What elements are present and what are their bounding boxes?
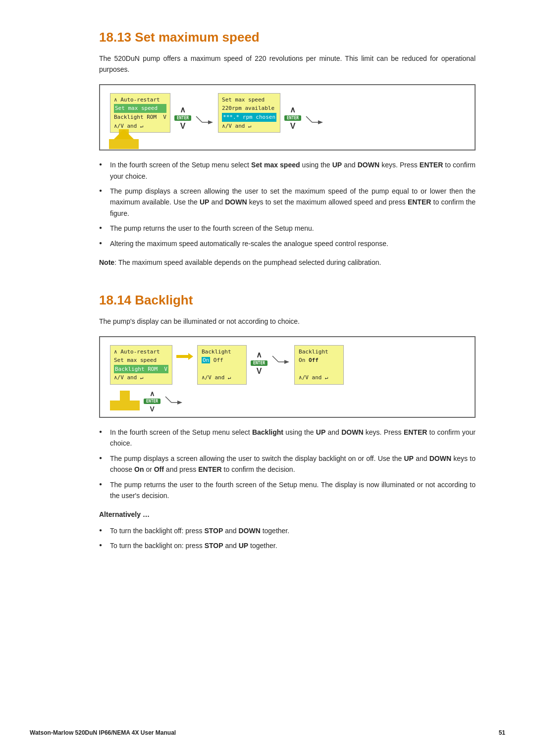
nav-cluster-1813-1: ∧ ENTER V xyxy=(174,105,191,131)
svg-marker-7 xyxy=(114,129,134,139)
footer-left: Watson-Marlow 520DuN IP66/NEMA 4X User M… xyxy=(30,729,176,736)
alt-bullet-1: To turn the backlight off: press STOP an… xyxy=(99,525,476,536)
section-1813-heading: 18.13 Set maximum speed xyxy=(99,30,476,45)
screen-1814-3: Backlight On Off ∧/V and ↵ xyxy=(294,345,344,385)
diagram-1814: ∧ Auto-restart Set max speed Backlight R… xyxy=(99,336,476,418)
pump-lines-1814-1 xyxy=(271,352,290,369)
alternatively-bullets: To turn the backlight off: press STOP an… xyxy=(99,525,476,552)
section-1814-intro: The pump's display can be illuminated or… xyxy=(99,316,476,327)
svg-marker-5 xyxy=(318,120,323,124)
section-1814-heading: 18.14 Backlight xyxy=(99,293,476,308)
down-arrow-icon: V xyxy=(180,122,186,131)
bullet-1813-4: Altering the maximum speed automatically… xyxy=(99,238,476,249)
bullet-1814-1: In the fourth screen of the Setup menu s… xyxy=(99,427,476,449)
section-1813-intro: The 520DuN pump offers a maximum speed o… xyxy=(99,53,476,75)
up-arrow-icon: ∧ xyxy=(180,105,186,114)
enter-btn-1813-1: ENTER xyxy=(174,115,191,121)
pump-lines-1813-2 xyxy=(305,112,324,130)
bullet-1813-3: The pump returns the user to the fourth … xyxy=(99,223,476,234)
svg-line-9 xyxy=(272,356,278,362)
alt-bullet-2: To turn the backlight on: press STOP and… xyxy=(99,540,476,551)
screen-1814-1: ∧ Auto-restart Set max speed Backlight R… xyxy=(110,345,172,385)
screen-1813-1: ∧ Auto-restart Set max speed Backlight R… xyxy=(110,93,170,133)
note-1813: Note: The maximum speed available depend… xyxy=(99,257,476,268)
return-arrow-1814 xyxy=(110,391,140,412)
page-content: 18.13 Set maximum speed The 520DuN pump … xyxy=(0,0,535,599)
footer-right: 51 xyxy=(499,729,505,736)
diagram-1813: ∧ Auto-restart Set max speed Backlight R… xyxy=(99,84,476,151)
bullets-1814: In the fourth screen of the Setup menu s… xyxy=(99,427,476,501)
pump-lines-1814-2 xyxy=(164,394,183,409)
bullet-1814-3: The pump returns the user to the fourth … xyxy=(99,479,476,502)
nav-cluster-1813-2: ∧ ENTER V xyxy=(284,105,301,131)
section-1814: 18.14 Backlight The pump's display can b… xyxy=(99,293,476,551)
pump-lines-1813-1 xyxy=(195,112,214,130)
arrow-1814-1 xyxy=(176,353,193,361)
svg-marker-8 xyxy=(176,353,193,360)
svg-line-3 xyxy=(306,116,312,122)
svg-marker-15 xyxy=(177,401,182,404)
bullet-1814-2: The pump displays a screen allowing the … xyxy=(99,453,476,475)
svg-marker-12 xyxy=(110,391,140,410)
bullet-1813-1: In the fourth screen of the Setup menu s… xyxy=(99,159,476,182)
nav-cluster-1814-bottom: ∧ ENTER V xyxy=(144,390,160,413)
footer: Watson-Marlow 520DuN IP66/NEMA 4X User M… xyxy=(0,729,535,736)
screen-1814-2: Backlight On Off ∧/V and ↵ xyxy=(197,345,247,385)
section-1813: 18.13 Set maximum speed The 520DuN pump … xyxy=(99,30,476,268)
svg-marker-2 xyxy=(208,120,213,124)
alternatively-heading: Alternatively … xyxy=(99,509,476,520)
alternatively-section: Alternatively … To turn the backlight of… xyxy=(99,509,476,551)
svg-marker-11 xyxy=(284,360,289,364)
bullets-1813: In the fourth screen of the Setup menu s… xyxy=(99,159,476,249)
bullet-1813-2: The pump displays a screen allowing the … xyxy=(99,186,476,219)
screen-1813-2: Set max speed 220rpm available ***.* rpm… xyxy=(218,93,280,133)
svg-line-13 xyxy=(165,397,171,403)
return-arrow-1813 xyxy=(109,129,139,151)
nav-cluster-1814-1: ∧ ENTER V xyxy=(251,350,268,376)
svg-line-0 xyxy=(196,116,202,122)
